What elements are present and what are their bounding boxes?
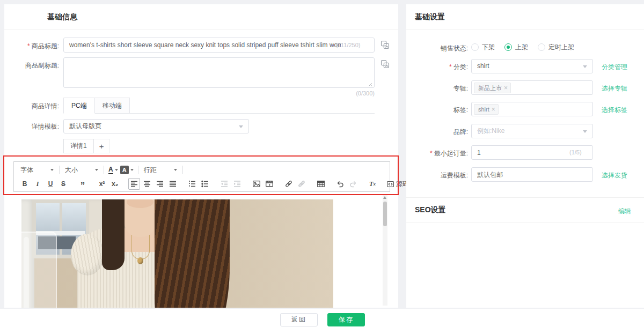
- photo-hair: [155, 199, 230, 308]
- select-shipping-link[interactable]: 选择发货: [602, 171, 627, 180]
- font-family-dropdown[interactable]: 字体: [18, 164, 56, 176]
- separator: [104, 166, 104, 174]
- product-subtitle-label: 商品副标题:: [4, 61, 59, 70]
- bold-button[interactable]: B: [19, 178, 31, 190]
- freight-input[interactable]: [471, 167, 593, 182]
- tag-label: 标签:: [406, 106, 468, 115]
- unlink-icon[interactable]: [296, 178, 308, 190]
- align-right-icon[interactable]: [154, 178, 166, 190]
- basic-info-header: 基础信息: [4, 4, 398, 29]
- product-title-input[interactable]: [63, 38, 375, 53]
- remove-tag-icon[interactable]: ×: [504, 84, 508, 92]
- strikethrough-button[interactable]: S: [57, 178, 69, 190]
- translate-icon[interactable]: [380, 40, 390, 49]
- separator: [138, 166, 138, 174]
- align-left-icon[interactable]: [128, 178, 140, 190]
- product-detail-photo: [21, 199, 333, 308]
- radio-timed-shelf[interactable]: 定时上架: [538, 43, 574, 52]
- min-order-label: *最小起订量:: [406, 149, 468, 158]
- select-album-link[interactable]: 选择专辑: [602, 84, 627, 93]
- scroll-up-icon[interactable]: [383, 196, 386, 199]
- title-char-counter: (111/250): [336, 42, 360, 48]
- font-size-dropdown[interactable]: 大小: [63, 164, 100, 176]
- back-button[interactable]: 返回: [280, 313, 318, 326]
- chevron-down-icon: [50, 169, 54, 171]
- sale-status-label: 销售状态:: [406, 44, 468, 53]
- category-label: *分类:: [406, 63, 468, 72]
- separator: [59, 166, 60, 174]
- basic-settings-header: 基础设置: [406, 4, 644, 29]
- editor-content-area[interactable]: [13, 192, 390, 308]
- basic-info-title: 基础信息: [47, 4, 77, 29]
- detail-page-tab-1[interactable]: 详情1: [63, 139, 94, 153]
- chevron-down-icon: [174, 169, 177, 171]
- chevron-down-icon: [583, 65, 587, 68]
- subscript-button[interactable]: x₂: [109, 178, 121, 190]
- radio-icon: [471, 43, 479, 51]
- editor-scrollbar[interactable]: [383, 195, 387, 306]
- photo-hair: [102, 199, 125, 270]
- unordered-list-icon[interactable]: [199, 178, 211, 190]
- radio-checked-icon: [504, 43, 512, 51]
- seo-edit-link[interactable]: 编辑: [618, 207, 631, 216]
- album-label: 专辑:: [406, 84, 468, 93]
- line-height-dropdown[interactable]: 行距: [142, 164, 179, 176]
- product-detail-label: 商品详情:: [4, 102, 59, 111]
- chevron-down-icon: [583, 130, 587, 133]
- min-order-counter: (1/5): [569, 149, 582, 155]
- superscript-button[interactable]: x²: [96, 178, 108, 190]
- basic-settings-panel: 基础设置 销售状态: 下架 上架 定时上架 *分类: shirt 分类管理 专辑…: [406, 4, 644, 308]
- blockquote-button[interactable]: ”: [77, 178, 89, 190]
- redo-icon[interactable]: [347, 178, 359, 190]
- divider: [406, 197, 644, 198]
- basic-settings-title: 基础设置: [415, 4, 445, 29]
- radio-on-shelf[interactable]: 上架: [504, 43, 528, 52]
- text-color-button[interactable]: A: [108, 166, 118, 174]
- radio-off-shelf[interactable]: 下架: [471, 43, 495, 52]
- brand-label: 品牌:: [406, 128, 468, 137]
- album-tag-chip: 新品上市×: [474, 83, 511, 93]
- remove-format-button[interactable]: Tx: [367, 178, 378, 190]
- add-detail-tab-button[interactable]: +: [94, 139, 110, 153]
- album-input[interactable]: 新品上市×: [471, 80, 593, 95]
- align-justify-icon[interactable]: [167, 178, 179, 190]
- translate-icon[interactable]: [380, 60, 390, 69]
- divider: [406, 222, 644, 222]
- product-title-label: *商品标题:: [4, 42, 59, 51]
- tab-pc[interactable]: PC端: [63, 98, 95, 114]
- category-manage-link[interactable]: 分类管理: [602, 63, 627, 72]
- category-select[interactable]: shirt: [471, 59, 593, 73]
- image-icon[interactable]: [251, 178, 262, 190]
- freight-label: 运费模板:: [406, 171, 468, 180]
- brand-select[interactable]: 例如:Nike: [471, 124, 593, 138]
- table-icon[interactable]: [315, 178, 327, 190]
- ordered-list-icon[interactable]: [186, 178, 198, 190]
- photo-glass: [21, 232, 57, 308]
- radio-icon: [538, 43, 545, 51]
- underline-button[interactable]: U: [45, 178, 56, 190]
- product-subtitle-textarea[interactable]: [63, 57, 375, 88]
- italic-button[interactable]: I: [32, 178, 43, 190]
- outdent-icon[interactable]: [218, 178, 230, 190]
- align-center-icon[interactable]: [141, 178, 153, 190]
- select-tag-link[interactable]: 选择标签: [602, 106, 627, 115]
- scrollbar-thumb[interactable]: [383, 202, 387, 226]
- tag-chip: shirt×: [474, 104, 499, 115]
- chevron-down-icon: [130, 169, 134, 171]
- video-icon[interactable]: [264, 178, 275, 190]
- separator: [182, 166, 183, 174]
- subtitle-char-counter: (0/300): [63, 90, 375, 96]
- detail-device-tabbar: PC端 移动端: [63, 98, 375, 114]
- detail-template-select[interactable]: 默认母版页: [63, 119, 249, 133]
- seo-settings-title: SEO设置: [415, 205, 446, 215]
- remove-tag-icon[interactable]: ×: [492, 106, 495, 113]
- detail-template-label: 详情模板:: [4, 122, 59, 131]
- tab-mobile[interactable]: 移动端: [95, 98, 130, 114]
- tag-input[interactable]: shirt×: [471, 102, 593, 116]
- background-color-button[interactable]: A: [120, 166, 134, 174]
- photo-necklace: [131, 235, 150, 259]
- indent-icon[interactable]: [231, 178, 243, 190]
- undo-icon[interactable]: [334, 178, 346, 190]
- link-icon[interactable]: [283, 178, 295, 190]
- save-button[interactable]: 保存: [327, 313, 365, 326]
